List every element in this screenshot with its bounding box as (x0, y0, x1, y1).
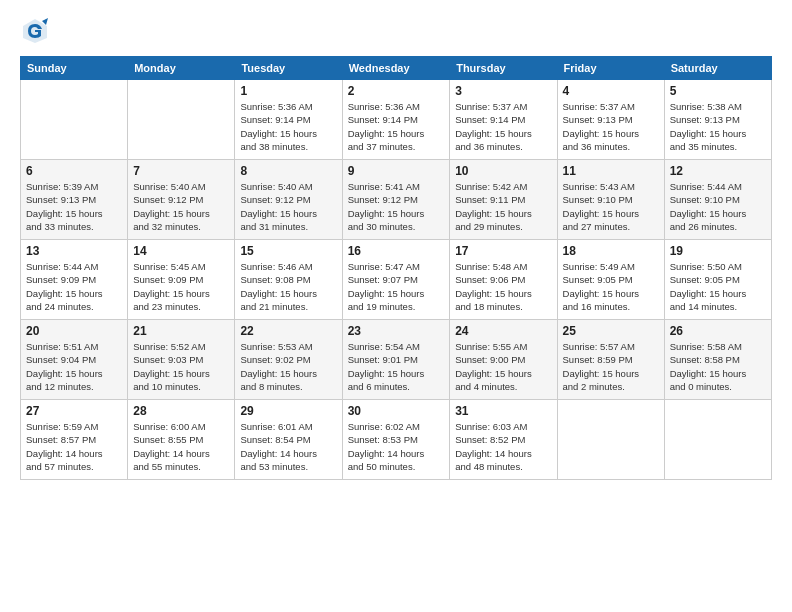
day-number: 23 (348, 324, 445, 338)
calendar-week-3: 13Sunrise: 5:44 AM Sunset: 9:09 PM Dayli… (21, 240, 772, 320)
day-info: Sunrise: 5:39 AM Sunset: 9:13 PM Dayligh… (26, 180, 122, 233)
calendar-cell: 22Sunrise: 5:53 AM Sunset: 9:02 PM Dayli… (235, 320, 342, 400)
day-info: Sunrise: 5:41 AM Sunset: 9:12 PM Dayligh… (348, 180, 445, 233)
day-number: 2 (348, 84, 445, 98)
calendar-cell: 19Sunrise: 5:50 AM Sunset: 9:05 PM Dayli… (664, 240, 771, 320)
logo (20, 16, 52, 46)
day-header-sunday: Sunday (21, 57, 128, 80)
day-info: Sunrise: 6:03 AM Sunset: 8:52 PM Dayligh… (455, 420, 551, 473)
calendar-cell: 6Sunrise: 5:39 AM Sunset: 9:13 PM Daylig… (21, 160, 128, 240)
day-info: Sunrise: 5:58 AM Sunset: 8:58 PM Dayligh… (670, 340, 766, 393)
day-info: Sunrise: 5:42 AM Sunset: 9:11 PM Dayligh… (455, 180, 551, 233)
day-number: 30 (348, 404, 445, 418)
calendar-cell: 28Sunrise: 6:00 AM Sunset: 8:55 PM Dayli… (128, 400, 235, 480)
calendar-week-4: 20Sunrise: 5:51 AM Sunset: 9:04 PM Dayli… (21, 320, 772, 400)
day-number: 8 (240, 164, 336, 178)
day-info: Sunrise: 5:54 AM Sunset: 9:01 PM Dayligh… (348, 340, 445, 393)
day-number: 18 (563, 244, 659, 258)
calendar-cell: 1Sunrise: 5:36 AM Sunset: 9:14 PM Daylig… (235, 80, 342, 160)
day-number: 4 (563, 84, 659, 98)
calendar-cell (21, 80, 128, 160)
calendar-cell: 31Sunrise: 6:03 AM Sunset: 8:52 PM Dayli… (450, 400, 557, 480)
calendar-cell: 21Sunrise: 5:52 AM Sunset: 9:03 PM Dayli… (128, 320, 235, 400)
calendar-table: SundayMondayTuesdayWednesdayThursdayFrid… (20, 56, 772, 480)
day-header-saturday: Saturday (664, 57, 771, 80)
day-number: 20 (26, 324, 122, 338)
day-number: 10 (455, 164, 551, 178)
day-info: Sunrise: 5:36 AM Sunset: 9:14 PM Dayligh… (240, 100, 336, 153)
calendar-week-2: 6Sunrise: 5:39 AM Sunset: 9:13 PM Daylig… (21, 160, 772, 240)
day-number: 27 (26, 404, 122, 418)
day-info: Sunrise: 5:37 AM Sunset: 9:13 PM Dayligh… (563, 100, 659, 153)
day-info: Sunrise: 5:44 AM Sunset: 9:09 PM Dayligh… (26, 260, 122, 313)
day-info: Sunrise: 5:43 AM Sunset: 9:10 PM Dayligh… (563, 180, 659, 233)
day-number: 1 (240, 84, 336, 98)
calendar-cell: 11Sunrise: 5:43 AM Sunset: 9:10 PM Dayli… (557, 160, 664, 240)
calendar-cell: 30Sunrise: 6:02 AM Sunset: 8:53 PM Dayli… (342, 400, 450, 480)
day-info: Sunrise: 6:01 AM Sunset: 8:54 PM Dayligh… (240, 420, 336, 473)
day-info: Sunrise: 5:57 AM Sunset: 8:59 PM Dayligh… (563, 340, 659, 393)
day-number: 29 (240, 404, 336, 418)
day-number: 14 (133, 244, 229, 258)
calendar-cell (664, 400, 771, 480)
day-info: Sunrise: 5:59 AM Sunset: 8:57 PM Dayligh… (26, 420, 122, 473)
day-number: 9 (348, 164, 445, 178)
calendar-week-1: 1Sunrise: 5:36 AM Sunset: 9:14 PM Daylig… (21, 80, 772, 160)
calendar-cell: 14Sunrise: 5:45 AM Sunset: 9:09 PM Dayli… (128, 240, 235, 320)
day-header-friday: Friday (557, 57, 664, 80)
calendar-cell (557, 400, 664, 480)
day-info: Sunrise: 5:38 AM Sunset: 9:13 PM Dayligh… (670, 100, 766, 153)
day-header-thursday: Thursday (450, 57, 557, 80)
logo-icon (20, 16, 50, 46)
calendar-cell: 17Sunrise: 5:48 AM Sunset: 9:06 PM Dayli… (450, 240, 557, 320)
day-number: 25 (563, 324, 659, 338)
page: SundayMondayTuesdayWednesdayThursdayFrid… (0, 0, 792, 612)
header (20, 16, 772, 46)
calendar-cell: 9Sunrise: 5:41 AM Sunset: 9:12 PM Daylig… (342, 160, 450, 240)
day-number: 31 (455, 404, 551, 418)
day-info: Sunrise: 5:45 AM Sunset: 9:09 PM Dayligh… (133, 260, 229, 313)
day-number: 22 (240, 324, 336, 338)
calendar-cell: 26Sunrise: 5:58 AM Sunset: 8:58 PM Dayli… (664, 320, 771, 400)
calendar-cell: 27Sunrise: 5:59 AM Sunset: 8:57 PM Dayli… (21, 400, 128, 480)
day-info: Sunrise: 5:50 AM Sunset: 9:05 PM Dayligh… (670, 260, 766, 313)
day-number: 7 (133, 164, 229, 178)
calendar-cell: 12Sunrise: 5:44 AM Sunset: 9:10 PM Dayli… (664, 160, 771, 240)
calendar-cell: 10Sunrise: 5:42 AM Sunset: 9:11 PM Dayli… (450, 160, 557, 240)
calendar-cell: 2Sunrise: 5:36 AM Sunset: 9:14 PM Daylig… (342, 80, 450, 160)
day-number: 5 (670, 84, 766, 98)
calendar-cell: 24Sunrise: 5:55 AM Sunset: 9:00 PM Dayli… (450, 320, 557, 400)
day-number: 15 (240, 244, 336, 258)
calendar-cell: 23Sunrise: 5:54 AM Sunset: 9:01 PM Dayli… (342, 320, 450, 400)
day-number: 26 (670, 324, 766, 338)
day-number: 17 (455, 244, 551, 258)
day-number: 3 (455, 84, 551, 98)
day-header-monday: Monday (128, 57, 235, 80)
calendar-cell: 7Sunrise: 5:40 AM Sunset: 9:12 PM Daylig… (128, 160, 235, 240)
day-number: 19 (670, 244, 766, 258)
calendar-cell: 3Sunrise: 5:37 AM Sunset: 9:14 PM Daylig… (450, 80, 557, 160)
calendar-cell: 18Sunrise: 5:49 AM Sunset: 9:05 PM Dayli… (557, 240, 664, 320)
day-header-wednesday: Wednesday (342, 57, 450, 80)
day-info: Sunrise: 5:36 AM Sunset: 9:14 PM Dayligh… (348, 100, 445, 153)
day-info: Sunrise: 5:49 AM Sunset: 9:05 PM Dayligh… (563, 260, 659, 313)
day-info: Sunrise: 5:52 AM Sunset: 9:03 PM Dayligh… (133, 340, 229, 393)
day-header-tuesday: Tuesday (235, 57, 342, 80)
calendar-cell: 20Sunrise: 5:51 AM Sunset: 9:04 PM Dayli… (21, 320, 128, 400)
day-number: 24 (455, 324, 551, 338)
calendar-cell: 25Sunrise: 5:57 AM Sunset: 8:59 PM Dayli… (557, 320, 664, 400)
day-number: 13 (26, 244, 122, 258)
calendar-cell: 5Sunrise: 5:38 AM Sunset: 9:13 PM Daylig… (664, 80, 771, 160)
day-number: 6 (26, 164, 122, 178)
calendar-cell: 15Sunrise: 5:46 AM Sunset: 9:08 PM Dayli… (235, 240, 342, 320)
day-info: Sunrise: 5:40 AM Sunset: 9:12 PM Dayligh… (133, 180, 229, 233)
calendar-cell: 29Sunrise: 6:01 AM Sunset: 8:54 PM Dayli… (235, 400, 342, 480)
day-info: Sunrise: 5:48 AM Sunset: 9:06 PM Dayligh… (455, 260, 551, 313)
calendar-week-5: 27Sunrise: 5:59 AM Sunset: 8:57 PM Dayli… (21, 400, 772, 480)
calendar-cell: 8Sunrise: 5:40 AM Sunset: 9:12 PM Daylig… (235, 160, 342, 240)
day-number: 12 (670, 164, 766, 178)
day-info: Sunrise: 5:44 AM Sunset: 9:10 PM Dayligh… (670, 180, 766, 233)
day-info: Sunrise: 5:37 AM Sunset: 9:14 PM Dayligh… (455, 100, 551, 153)
day-number: 11 (563, 164, 659, 178)
day-info: Sunrise: 5:51 AM Sunset: 9:04 PM Dayligh… (26, 340, 122, 393)
